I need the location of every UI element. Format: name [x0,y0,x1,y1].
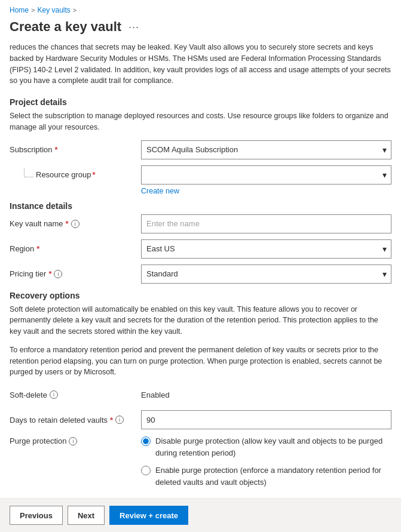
days-retain-control [141,410,391,429]
page-header: Create a key vault ··· [0,17,401,42]
more-options-icon[interactable]: ··· [126,20,142,35]
resource-group-row: Resource group * [10,165,391,184]
breadcrumb-keyvaults[interactable]: Key vaults [37,6,70,14]
purge-disable-label: Disable purge protection (allow key vaul… [155,435,391,459]
main-content: reduces the chances that secrets may be … [0,42,401,532]
create-new-link[interactable]: Create new [141,187,391,195]
soft-delete-label: Soft-delete i [10,390,141,399]
project-details-desc: Select the subscription to manage deploy… [10,110,391,133]
key-vault-info-icon[interactable]: i [71,220,79,228]
subscription-row: Subscription * SCOM Aquila Subscription [10,140,391,159]
breadcrumb-home[interactable]: Home [10,6,29,14]
subscription-select-wrapper: SCOM Aquila Subscription [141,140,391,159]
resource-group-label-area: Resource group * [10,170,141,179]
pricing-tier-required: * [48,269,51,278]
breadcrumb-sep2: > [73,7,76,14]
pricing-tier-select[interactable]: Standard [141,265,391,284]
resource-group-select[interactable] [141,165,391,184]
footer: Previous Next Review + create [0,498,401,532]
soft-delete-value: Enabled [141,390,170,399]
subscription-select[interactable]: SCOM Aquila Subscription [141,140,391,159]
key-vault-name-label: Key vault name * i [10,219,141,228]
region-label: Region * [10,244,141,253]
instance-details-title: Instance details [10,201,391,211]
soft-delete-value-area: Enabled [141,390,391,399]
purge-disable-radio[interactable] [141,436,151,446]
soft-delete-info-icon[interactable]: i [50,390,58,399]
soft-delete-row: Soft-delete i Enabled [10,385,391,404]
subscription-required: * [55,145,58,154]
purge-protection-label: Purge protection i [10,435,141,445]
days-retain-input[interactable] [141,410,391,429]
days-retain-row: Days to retain deleted vaults * i [10,410,391,429]
resource-group-label: Resource group [36,170,91,179]
region-control: East US [141,239,391,259]
rg-indent-indicator [24,168,33,177]
pricing-tier-info-icon[interactable]: i [54,270,62,278]
project-details-title: Project details [10,97,391,107]
recovery-desc-1: Soft delete protection will automaticall… [10,304,391,337]
resource-group-select-wrapper [141,165,391,184]
region-select[interactable]: East US [141,239,391,259]
recovery-options-title: Recovery options [10,291,391,300]
purge-protection-row: Purge protection i Disable purge protect… [10,435,391,488]
recovery-desc-2: To enforce a mandatory retention period … [10,345,391,378]
subscription-label: Subscription * [10,145,141,154]
pricing-tier-row: Pricing tier * i Standard [10,265,391,284]
pricing-tier-select-wrapper: Standard [141,265,391,284]
key-vault-name-row: Key vault name * i [10,214,391,233]
key-vault-name-control [141,214,391,233]
pricing-tier-label: Pricing tier * i [10,269,141,278]
purge-enable-radio[interactable] [141,466,151,475]
resource-group-control [141,165,391,184]
purge-disable-option[interactable]: Disable purge protection (allow key vaul… [141,435,391,459]
days-retain-label: Days to retain deleted vaults * i [10,416,141,425]
breadcrumb-sep1: > [31,7,35,14]
purge-protection-control: Disable purge protection (allow key vaul… [141,435,391,488]
previous-button[interactable]: Previous [10,506,63,525]
region-row: Region * East US [10,239,391,259]
region-select-wrapper: East US [141,239,391,259]
purge-enable-option[interactable]: Enable purge protection (enforce a manda… [141,465,391,488]
review-create-button[interactable]: Review + create [109,506,188,525]
resource-group-required: * [93,170,96,179]
next-button[interactable]: Next [68,506,105,525]
days-retain-required: * [110,416,113,425]
purge-radio-group: Disable purge protection (allow key vaul… [141,435,391,488]
purge-info-icon[interactable]: i [69,437,77,445]
page-title: Create a key vault [10,19,121,35]
key-vault-required: * [66,219,69,228]
days-retain-info-icon[interactable]: i [115,416,124,424]
purge-enable-label: Enable purge protection (enforce a manda… [155,465,391,488]
breadcrumb: Home > Key vaults > [0,0,401,17]
intro-description: reduces the chances that secrets may be … [10,42,391,87]
subscription-control: SCOM Aquila Subscription [141,140,391,159]
pricing-tier-control: Standard [141,265,391,284]
region-required: * [36,244,39,253]
key-vault-name-input[interactable] [141,214,391,233]
